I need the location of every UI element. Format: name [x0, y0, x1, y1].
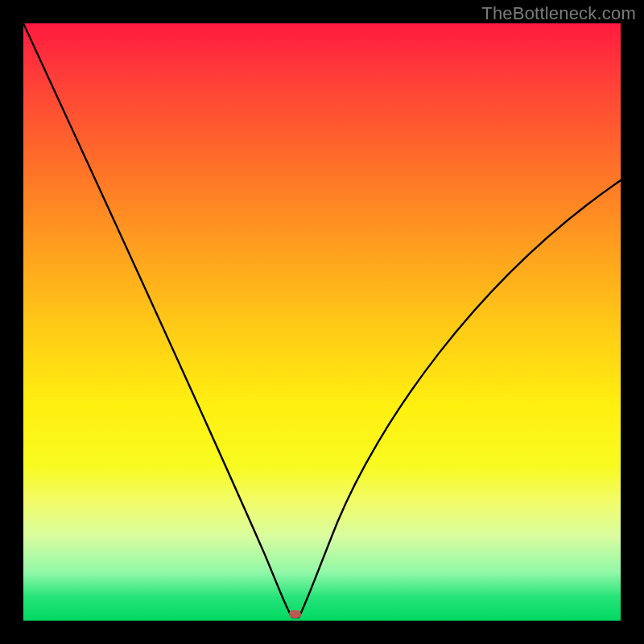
bottleneck-curve [23, 23, 621, 621]
optimal-point-marker [289, 610, 301, 618]
watermark-text: TheBottleneck.com [481, 3, 636, 24]
curve-path [23, 23, 621, 617]
chart-plot-area [23, 23, 621, 621]
